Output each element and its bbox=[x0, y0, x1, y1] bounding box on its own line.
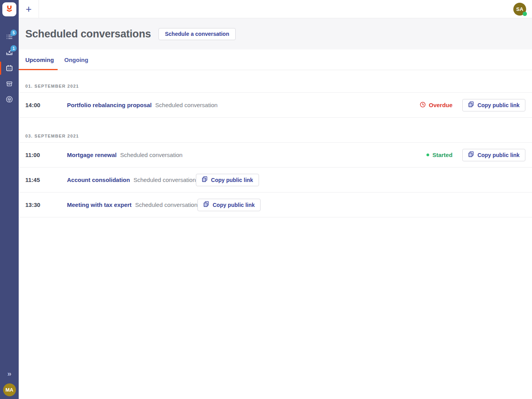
page-title: Scheduled conversations bbox=[25, 28, 151, 40]
plus-icon: + bbox=[26, 4, 32, 14]
sidebar-item-scheduled-conversations[interactable] bbox=[0, 60, 19, 76]
clock-icon bbox=[420, 102, 426, 109]
row-time: 14:00 bbox=[25, 102, 67, 108]
row-subtitle: Scheduled conversation bbox=[135, 201, 197, 208]
row-subtitle: Scheduled conversation bbox=[120, 152, 183, 158]
tab-ongoing[interactable]: Ongoing bbox=[58, 49, 88, 70]
row-time: 13:30 bbox=[25, 201, 67, 208]
row-title: Meeting with tax expert bbox=[67, 201, 132, 208]
row-subtitle: Scheduled conversation bbox=[155, 102, 218, 108]
row-time: 11:45 bbox=[25, 177, 67, 183]
user-avatar-sa[interactable]: SA bbox=[513, 3, 526, 16]
copy-public-link-button[interactable]: Copy public link bbox=[197, 199, 261, 211]
copy-button-label: Copy public link bbox=[477, 152, 520, 158]
row-title: Mortgage renewal bbox=[67, 152, 117, 158]
unblu-smiley-icon bbox=[5, 4, 14, 14]
conversation-row[interactable]: 11:45 Account consolidation Scheduled co… bbox=[19, 168, 532, 192]
expand-sidebar-chevrons-icon[interactable]: » bbox=[7, 370, 12, 377]
copy-icon bbox=[468, 151, 474, 159]
copy-button-label: Copy public link bbox=[213, 202, 255, 208]
new-conversation-tab-button[interactable]: + bbox=[19, 0, 39, 18]
copy-button-label: Copy public link bbox=[477, 102, 520, 108]
copy-public-link-button[interactable]: Copy public link bbox=[462, 99, 525, 111]
page-header: Scheduled conversations Schedule a conve… bbox=[19, 18, 532, 49]
schedule-conversation-button[interactable]: Schedule a conversation bbox=[159, 28, 236, 40]
conversation-row[interactable]: 14:00 Portfolio rebalancing proposal Sch… bbox=[19, 93, 532, 118]
started-dot-icon bbox=[426, 154, 429, 156]
queue-badge: 5 bbox=[11, 30, 17, 36]
status-badge-overdue: Overdue bbox=[420, 102, 453, 109]
copy-public-link-button[interactable]: Copy public link bbox=[196, 174, 259, 186]
row-time: 11:00 bbox=[25, 152, 67, 158]
status-label: Overdue bbox=[429, 102, 453, 108]
conversation-row[interactable]: 11:00 Mortgage renewal Scheduled convers… bbox=[19, 143, 532, 168]
conversation-row[interactable]: 13:30 Meeting with tax expert Scheduled … bbox=[19, 192, 532, 217]
person-circle-icon bbox=[5, 95, 13, 103]
calendar-icon bbox=[5, 64, 13, 72]
row-title: Portfolio rebalancing proposal bbox=[67, 102, 152, 108]
row-subtitle: Scheduled conversation bbox=[134, 177, 196, 183]
conversation-list: 01. SEPTEMBER 2021 14:00 Portfolio rebal… bbox=[19, 70, 532, 399]
copy-icon bbox=[203, 201, 209, 208]
row-title: Account consolidation bbox=[67, 177, 130, 183]
app-logo[interactable] bbox=[2, 2, 16, 16]
date-header: 03. SEPTEMBER 2021 bbox=[19, 118, 532, 143]
copy-button-label: Copy public link bbox=[211, 177, 253, 183]
sidebar-item-visitors[interactable] bbox=[0, 92, 19, 107]
sidebar-item-inbox[interactable]: 1 bbox=[0, 45, 19, 60]
sidebar-bottom: » MA bbox=[3, 370, 16, 399]
tab-bar: Upcoming Ongoing bbox=[19, 49, 532, 70]
main-area: + SA Scheduled conversations Schedule a … bbox=[19, 0, 532, 399]
date-header: 01. SEPTEMBER 2021 bbox=[19, 70, 532, 93]
archive-icon bbox=[5, 80, 13, 88]
online-status-dot bbox=[523, 12, 527, 16]
topbar: + SA bbox=[19, 0, 532, 18]
tab-upcoming[interactable]: Upcoming bbox=[19, 49, 58, 70]
copy-icon bbox=[468, 101, 474, 109]
agent-avatar-ma[interactable]: MA bbox=[3, 383, 16, 396]
sidebar: 5 1 bbox=[0, 0, 19, 399]
status-label: Started bbox=[432, 152, 453, 158]
copy-public-link-button[interactable]: Copy public link bbox=[462, 149, 525, 161]
inbox-badge: 1 bbox=[11, 45, 17, 51]
status-badge-started: Started bbox=[426, 152, 453, 158]
sidebar-nav: 5 1 bbox=[0, 29, 19, 107]
sidebar-item-archive[interactable] bbox=[0, 76, 19, 92]
copy-icon bbox=[202, 176, 208, 184]
sidebar-item-conversation-queue[interactable]: 5 bbox=[0, 29, 19, 45]
